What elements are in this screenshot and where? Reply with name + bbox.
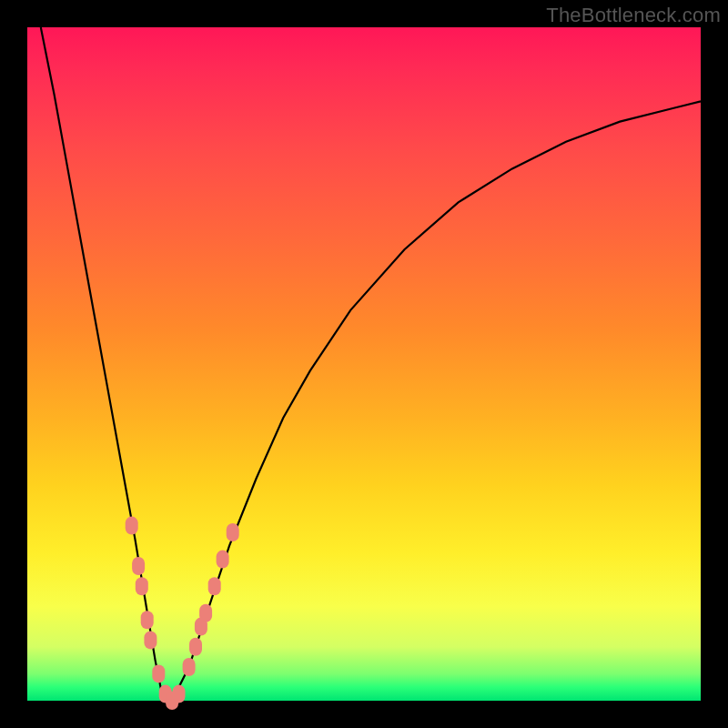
curve-marker	[208, 577, 221, 595]
curve-marker	[173, 685, 186, 703]
curve-marker	[189, 638, 202, 656]
curve-marker	[199, 604, 212, 622]
curve-marker	[183, 658, 196, 676]
curve-svg	[27, 27, 701, 701]
curve-marker	[136, 577, 148, 595]
plot-area	[27, 27, 701, 701]
curve-marker	[217, 551, 229, 569]
curve-marker	[126, 517, 138, 535]
curve-marker	[144, 631, 157, 649]
watermark-text: TheBottleneck.com	[546, 4, 721, 27]
bottleneck-curve	[41, 27, 701, 701]
curve-marker	[132, 557, 145, 575]
curve-marker	[141, 611, 154, 629]
curve-marker	[227, 523, 239, 541]
chart-frame: TheBottleneck.com	[0, 0, 728, 728]
curve-marker	[152, 664, 165, 682]
